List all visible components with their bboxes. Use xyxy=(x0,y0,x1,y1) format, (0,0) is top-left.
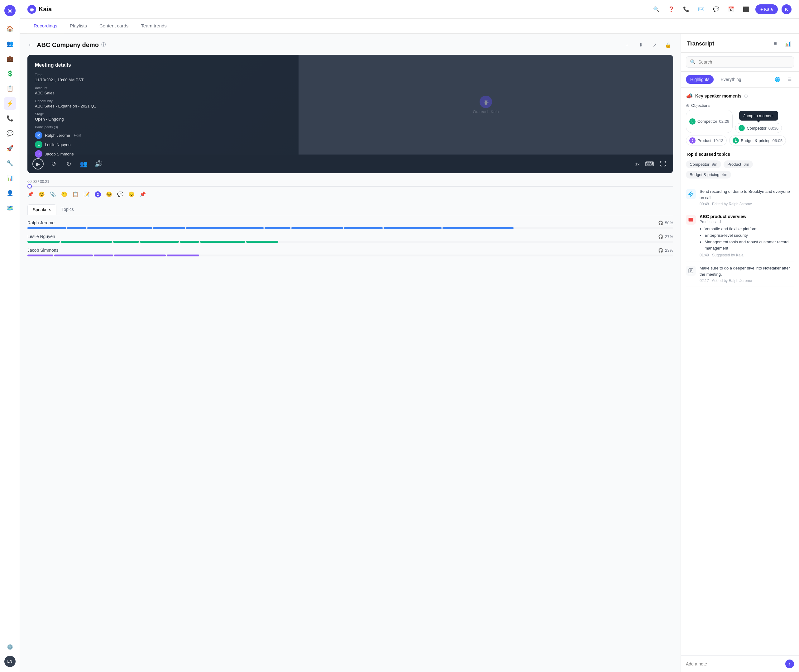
play-button[interactable]: ▶ xyxy=(32,158,44,170)
ann-icon-4[interactable]: 😐 xyxy=(61,191,67,197)
transcript-chart-btn[interactable]: 📊 xyxy=(783,38,793,49)
search-icon: 🔍 xyxy=(690,59,696,65)
phone-button[interactable]: 📞 xyxy=(681,4,692,15)
sidebar-item-analytics[interactable]: 📊 xyxy=(4,172,16,184)
svg-marker-0 xyxy=(689,192,693,197)
tab-topics[interactable]: Topics xyxy=(56,204,79,215)
ann-icon-1[interactable]: 📌 xyxy=(27,191,34,197)
search-input[interactable] xyxy=(698,59,790,64)
main-content: ◉ Kaia 🔍 ❓ 📞 ✉️ 💬 📅 ⬛ + Kaia K Recording… xyxy=(20,0,799,672)
tab-content-cards[interactable]: Content cards xyxy=(93,19,135,34)
apps-button[interactable]: ⬛ xyxy=(740,4,752,15)
sidebar-item-deals[interactable]: 💼 xyxy=(4,52,16,65)
participants-title: Participants (3) xyxy=(35,125,291,129)
recording-header: ← ABC Company demo ⓘ ＋ ⬇ ↗ 🔒 xyxy=(27,40,673,50)
ann-icon-3[interactable]: 📎 xyxy=(50,191,56,197)
tab-playlists[interactable]: Playlists xyxy=(64,19,93,34)
sidebar-item-tasks[interactable]: 📋 xyxy=(4,82,16,95)
sidebar-item-tools[interactable]: 🔧 xyxy=(4,157,16,170)
add-kaia-button[interactable]: + Kaia xyxy=(755,4,778,14)
sidebar-item-activity[interactable]: ⚡ xyxy=(4,97,16,110)
globe-button[interactable]: 🌐 xyxy=(773,75,782,84)
ann-icon-8[interactable]: 💬 xyxy=(117,191,123,197)
moment-chip-jacob-product[interactable]: J Product 19:13 xyxy=(686,136,727,146)
note-item-text: Make sure to do a deeper dive into Notet… xyxy=(700,265,794,277)
ann-icon-10[interactable]: 📌 xyxy=(139,191,146,197)
discussed-chip-competitor[interactable]: Competitor 9m xyxy=(686,160,721,168)
calendar-button[interactable]: 📅 xyxy=(725,4,737,15)
moment-chip-leslie-competitor-0836[interactable]: L Competitor 08:36 xyxy=(735,123,782,133)
filter-right: 🌐 ☰ xyxy=(773,75,794,84)
email-button[interactable]: ✉️ xyxy=(695,4,707,15)
ann-icon-7[interactable]: 😔 xyxy=(106,191,112,197)
rewind-button[interactable]: ↺ xyxy=(49,159,59,169)
progress-bar[interactable] xyxy=(27,186,673,187)
jump-to-moment-tooltip: Jump to moment xyxy=(739,111,778,120)
user-avatar[interactable]: LN xyxy=(4,656,16,667)
topbar-avatar[interactable]: K xyxy=(781,4,791,14)
participants-button[interactable]: 👥 xyxy=(78,159,88,169)
transcript-filter-btn[interactable]: ≡ xyxy=(770,38,780,49)
video-container: Meeting details Time 11/19/2021, 10:00 A… xyxy=(27,55,673,173)
volume-button[interactable]: 🔊 xyxy=(93,159,104,169)
add-button[interactable]: ＋ xyxy=(622,40,632,50)
filter-highlights[interactable]: Highlights xyxy=(686,75,714,84)
fullscreen-button[interactable]: ⛶ xyxy=(658,159,668,169)
sidebar-item-sequences[interactable]: 🚀 xyxy=(4,142,16,155)
sidebar-item-team[interactable]: 👤 xyxy=(4,187,16,199)
chip-avatar-jacob: J xyxy=(689,138,695,144)
sidebar-item-settings[interactable]: ⚙️ xyxy=(4,641,16,653)
card-item-icon xyxy=(686,214,696,225)
app-logo-icon[interactable]: ◉ xyxy=(4,5,16,16)
tab-recordings[interactable]: Recordings xyxy=(27,19,64,34)
moment-chip-leslie-budget[interactable]: L Budget & pricing 06:05 xyxy=(729,136,786,146)
ann-icon-6[interactable]: 📝 xyxy=(83,191,90,197)
discussed-chip-product[interactable]: Product 6m xyxy=(724,160,753,168)
headphone-icon: 🎧 xyxy=(658,221,663,225)
download-button[interactable]: ⬇ xyxy=(636,40,646,50)
search-button[interactable]: 🔍 xyxy=(651,4,662,15)
chat-button[interactable]: 💬 xyxy=(711,4,722,15)
add-note-input[interactable] xyxy=(686,661,785,666)
sidebar-item-home[interactable]: 🏠 xyxy=(4,22,16,35)
card-item-meta: 01:49 Suggested by Kaia xyxy=(700,253,794,258)
help-button[interactable]: ❓ xyxy=(666,4,677,15)
sidebar-item-revenue[interactable]: 💲 xyxy=(4,67,16,80)
key-moments-info[interactable]: ⓘ xyxy=(744,93,748,99)
discussed-header: Top discussed topics xyxy=(686,152,794,157)
ann-icon-5[interactable]: 📋 xyxy=(72,191,78,197)
speaker-stats-ralph: 🎧 50% xyxy=(658,221,673,225)
forward-button[interactable]: ↻ xyxy=(64,159,74,169)
transcript-header-icons: ≡ 📊 xyxy=(770,38,793,49)
header-actions: ＋ ⬇ ↗ 🔒 xyxy=(622,40,673,50)
filter-everything[interactable]: Everything xyxy=(716,75,745,84)
video-area: Meeting details Time 11/19/2021, 10:00 A… xyxy=(27,55,673,155)
sidebar-item-map[interactable]: 🗺️ xyxy=(4,202,16,214)
add-note-send-button[interactable]: ↑ xyxy=(785,659,794,668)
lock-button[interactable]: 🔒 xyxy=(663,40,673,50)
keyboard-button[interactable]: ⌨ xyxy=(644,159,655,169)
sidebar-item-contacts[interactable]: 👥 xyxy=(4,37,16,50)
tab-speakers[interactable]: Speakers xyxy=(27,204,56,215)
moment-chip-leslie-competitor-0229[interactable]: L Competitor 02:29 xyxy=(686,110,733,133)
nav-tabs: Recordings Playlists Content cards Team … xyxy=(20,19,799,34)
sidebar-item-calls[interactable]: 📞 xyxy=(4,112,16,125)
ann-icon-2[interactable]: 😊 xyxy=(38,191,45,197)
key-moments-title: Key speaker moments xyxy=(695,93,742,98)
card-item-body: ABC product overview Product card Versat… xyxy=(700,214,794,258)
tab-team-trends[interactable]: Team trends xyxy=(135,19,173,34)
share-button[interactable]: ↗ xyxy=(649,40,660,50)
megaphone-icon: 📣 xyxy=(686,93,693,99)
key-moments-header: 📣 Key speaker moments ⓘ xyxy=(686,93,794,99)
discussed-chip-budget[interactable]: Budget & pricing 4m xyxy=(686,171,731,179)
ann-icon-9[interactable]: 😞 xyxy=(128,191,135,197)
video-watermark: ◉ Outreach Kaia xyxy=(473,96,499,114)
filter-button[interactable]: ☰ xyxy=(785,75,794,84)
back-button[interactable]: ← xyxy=(27,42,33,48)
info-icon[interactable]: ⓘ xyxy=(101,42,106,48)
current-time: 00:00 xyxy=(27,179,37,184)
sidebar-item-messages[interactable]: 💬 xyxy=(4,127,16,139)
right-panel: Transcript ≡ 📊 🔍 Highlights Everything 🌐 xyxy=(681,34,799,672)
annotation-badge[interactable]: 2 xyxy=(95,191,101,197)
chip-avatar-leslie-2: L xyxy=(738,125,745,131)
